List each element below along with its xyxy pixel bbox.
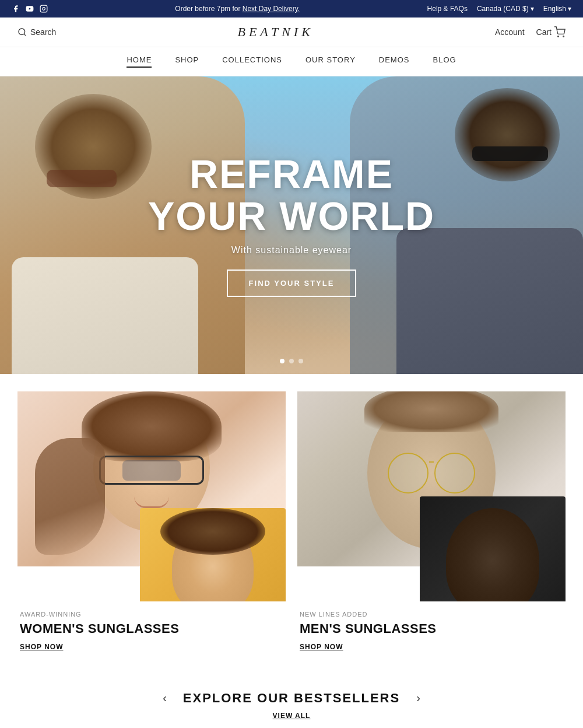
hero-subtitle: With sustainable eyewear [148,245,435,256]
carousel-dot-2[interactable] [289,359,294,363]
women-shop-now[interactable]: SHOP NOW [20,643,63,651]
hero-content: REFRAME YOUR WORLD With sustainable eyew… [148,153,435,297]
svg-line-4 [24,34,26,36]
men-product-info: NEW LINES ADDED MEN'S SUNGLASSES SHOP NO… [297,601,566,654]
logo-text: BEATNIK [237,24,313,39]
hero-section: REFRAME YOUR WORLD With sustainable eyew… [0,76,583,374]
youtube-icon [26,5,34,13]
announcement-text: Order before 7pm for [175,5,242,13]
women-sunglasses-card: AWARD-WINNING WOMEN'S SUNGLASSES SHOP NO… [17,391,286,654]
nav-collections[interactable]: COLLECTIONS [222,55,282,68]
site-logo[interactable]: BEATNIK [237,24,313,40]
nav-shop[interactable]: SHOP [175,55,199,68]
cart-label: Cart [536,27,552,37]
men-product-tag: NEW LINES ADDED [300,611,563,618]
svg-point-6 [563,36,564,37]
svg-point-5 [558,36,559,37]
currency-selector[interactable]: Canada (CAD $) ▾ [477,5,534,13]
carousel-dot-3[interactable] [298,359,303,363]
search-label: Search [30,27,56,37]
bestsellers-prev-button[interactable]: ‹ [158,689,171,707]
header-actions: Account Cart [495,26,566,38]
facebook-icon [12,5,20,13]
language-selector[interactable]: English ▾ [543,5,571,13]
nav-blog[interactable]: BLOG [433,55,456,68]
bestsellers-section: ‹ EXPLORE OUR BESTSELLERS › VIEW ALL Pol… [0,671,583,728]
svg-rect-1 [40,5,47,12]
cart-icon [554,26,566,38]
nav-home[interactable]: HOME [127,55,152,68]
view-all-link[interactable]: VIEW ALL [17,712,566,720]
language-chevron: ▾ [568,5,571,13]
hero-cta-button[interactable]: FIND YOUR STYLE [227,270,357,297]
svg-point-3 [19,29,25,35]
carousel-dot-1[interactable] [280,359,285,363]
cart-button[interactable]: Cart [536,26,566,38]
account-link[interactable]: Account [495,27,525,37]
search-button[interactable]: Search [17,27,56,37]
site-header: Search BEATNIK Account Cart [0,18,583,47]
nav-our-story[interactable]: OUR STORY [305,55,356,68]
help-link[interactable]: Help & FAQs [427,5,468,13]
announcement-bar: Order before 7pm for Next Day Delivery. [48,5,427,13]
announcement-link[interactable]: Next Day Delivery. [243,5,300,13]
search-icon [17,27,27,37]
social-icons [12,5,48,13]
women-product-tag: AWARD-WINNING [20,611,283,618]
bestsellers-next-button[interactable]: › [412,689,425,707]
main-navigation: HOME SHOP COLLECTIONS OUR STORY DEMOS BL… [0,47,583,76]
men-sunglasses-card: NEW LINES ADDED MEN'S SUNGLASSES SHOP NO… [297,391,566,654]
men-shop-now[interactable]: SHOP NOW [300,643,343,651]
bestsellers-header: ‹ EXPLORE OUR BESTSELLERS › [17,689,566,707]
top-bar-right: Help & FAQs Canada (CAD $) ▾ English ▾ [427,5,571,13]
hero-title: REFRAME YOUR WORLD [148,153,435,237]
women-product-name: WOMEN'S SUNGLASSES [20,621,283,636]
bestsellers-title: EXPLORE OUR BESTSELLERS [183,691,400,706]
product-categories-section: AWARD-WINNING WOMEN'S SUNGLASSES SHOP NO… [0,374,583,671]
nav-demos[interactable]: DEMOS [379,55,410,68]
top-bar: Order before 7pm for Next Day Delivery. … [0,0,583,18]
instagram-icon [40,5,48,13]
hero-carousel-dots [280,359,303,363]
currency-chevron: ▾ [531,5,534,13]
men-product-name: MEN'S SUNGLASSES [300,621,563,636]
women-product-info: AWARD-WINNING WOMEN'S SUNGLASSES SHOP NO… [17,601,286,654]
